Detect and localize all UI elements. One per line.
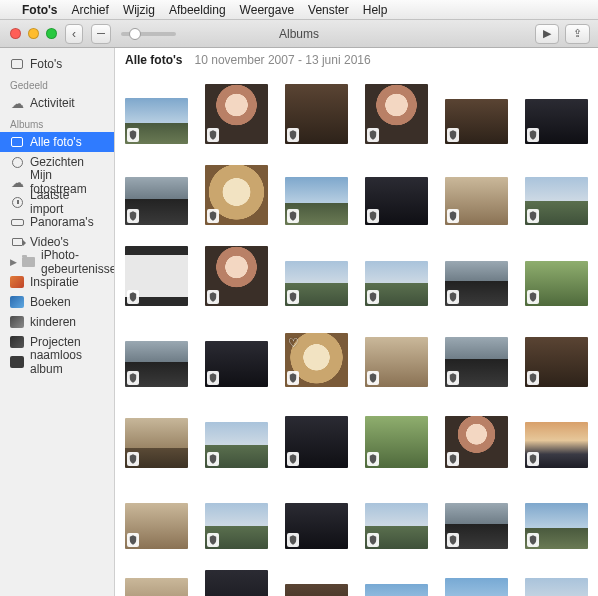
photo-thumbnail[interactable]: [445, 161, 508, 225]
photo-thumbnail[interactable]: [525, 161, 588, 225]
window-minimize-button[interactable]: [28, 28, 39, 39]
photo-thumbnail[interactable]: [125, 323, 188, 387]
menu-app[interactable]: Foto's: [22, 3, 58, 17]
sidebar-item-activity[interactable]: Activiteit: [0, 93, 114, 113]
photo-thumbnail[interactable]: [445, 242, 508, 306]
photo-thumbnail[interactable]: [365, 161, 428, 225]
share-button[interactable]: ⇪: [565, 24, 590, 44]
clock-icon: [10, 195, 24, 209]
photo-thumbnail[interactable]: [365, 404, 428, 468]
window-maximize-button[interactable]: [46, 28, 57, 39]
photo-thumbnail[interactable]: [525, 323, 588, 387]
sidebar-item-album[interactable]: kinderen: [0, 312, 114, 332]
photo-thumbnail[interactable]: [445, 566, 508, 596]
sidebar-item-album[interactable]: Laatste import: [0, 192, 114, 212]
photo-image: [125, 341, 188, 387]
window-close-button[interactable]: [10, 28, 21, 39]
photo-thumbnail[interactable]: [205, 323, 268, 387]
sidebar-item-label: Video's: [30, 235, 69, 249]
zoom-slider-knob[interactable]: [129, 28, 141, 40]
photo-thumbnail[interactable]: [365, 485, 428, 549]
back-button[interactable]: ‹: [65, 24, 83, 44]
slideshow-button[interactable]: ▶: [535, 24, 559, 44]
favorite-heart-icon: ♡: [288, 336, 299, 350]
photo-thumbnail[interactable]: [365, 566, 428, 596]
thumb-c-icon: [10, 315, 24, 329]
play-icon: ▶: [543, 27, 551, 40]
photo-thumbnail[interactable]: [205, 566, 268, 596]
photo-thumbnail[interactable]: [445, 404, 508, 468]
photo-thumbnail[interactable]: [205, 485, 268, 549]
menu-wijzig[interactable]: Wijzig: [123, 3, 155, 17]
menu-weergave[interactable]: Weergave: [240, 3, 294, 17]
referenced-file-badge-icon: [527, 290, 539, 304]
referenced-file-badge-icon: [367, 533, 379, 547]
referenced-file-badge-icon: [367, 128, 379, 142]
photo-image: [205, 246, 268, 306]
photo-image: [525, 261, 588, 306]
sidebar-item-label: Activiteit: [30, 96, 75, 110]
minus-icon: [97, 33, 105, 35]
referenced-file-badge-icon: [527, 371, 539, 385]
photo-thumbnail[interactable]: [125, 404, 188, 468]
menu-venster[interactable]: Venster: [308, 3, 349, 17]
thumb-d-icon: [10, 335, 24, 349]
photo-thumbnail[interactable]: [445, 80, 508, 144]
photo-thumbnail[interactable]: [285, 80, 348, 144]
referenced-file-badge-icon: [287, 452, 299, 466]
share-icon: ⇪: [573, 27, 582, 40]
referenced-file-badge-icon: [367, 290, 379, 304]
photo-thumbnail[interactable]: [285, 485, 348, 549]
thumb-e-icon: [10, 355, 24, 369]
photo-thumbnail[interactable]: [125, 242, 188, 306]
menu-help[interactable]: Help: [363, 3, 388, 17]
zoom-slider[interactable]: [121, 32, 176, 36]
photo-thumbnail[interactable]: [525, 242, 588, 306]
sidebar-item-album[interactable]: ▶iPhoto-gebeurtenissen: [0, 252, 114, 272]
photo-thumbnail[interactable]: [285, 404, 348, 468]
photo-thumbnail[interactable]: ♡: [285, 323, 348, 387]
photo-thumbnail[interactable]: [205, 242, 268, 306]
photo-image: [125, 177, 188, 225]
photo-grid-scroll[interactable]: ♡: [115, 72, 598, 596]
sidebar-item-label: Projecten: [30, 335, 81, 349]
photo-thumbnail[interactable]: [125, 566, 188, 596]
photo-image: [125, 578, 188, 596]
photo-thumbnail[interactable]: [445, 323, 508, 387]
referenced-file-badge-icon: [367, 371, 379, 385]
photo-thumbnail[interactable]: [205, 80, 268, 144]
photo-thumbnail[interactable]: [445, 485, 508, 549]
photo-thumbnail[interactable]: [125, 161, 188, 225]
photo-image: [365, 177, 428, 225]
sidebar-item-album[interactable]: Alle foto's: [0, 132, 114, 152]
sidebar-item-album[interactable]: Boeken: [0, 292, 114, 312]
photo-thumbnail[interactable]: [365, 242, 428, 306]
referenced-file-badge-icon: [287, 290, 299, 304]
zoom-out-button[interactable]: [91, 24, 111, 44]
photo-thumbnail[interactable]: [125, 485, 188, 549]
menu-archief[interactable]: Archief: [72, 3, 109, 17]
photo-thumbnail[interactable]: [525, 566, 588, 596]
disclosure-triangle-icon[interactable]: ▶: [10, 257, 17, 267]
photo-thumbnail[interactable]: [365, 323, 428, 387]
sidebar-item-photos[interactable]: Foto's: [0, 54, 114, 74]
pano-icon: [10, 215, 24, 229]
photo-thumbnail[interactable]: [205, 161, 268, 225]
referenced-file-badge-icon: [207, 452, 219, 466]
sidebar-item-album[interactable]: naamloos album: [0, 352, 114, 372]
photo-thumbnail[interactable]: [125, 80, 188, 144]
photo-image: [365, 261, 428, 306]
photo-thumbnail[interactable]: [285, 161, 348, 225]
referenced-file-badge-icon: [207, 290, 219, 304]
photo-thumbnail[interactable]: [285, 566, 348, 596]
referenced-file-badge-icon: [207, 128, 219, 142]
photo-image: [125, 503, 188, 549]
photo-thumbnail[interactable]: [365, 80, 428, 144]
photo-thumbnail[interactable]: [285, 242, 348, 306]
menu-afbeelding[interactable]: Afbeelding: [169, 3, 226, 17]
photo-thumbnail[interactable]: [525, 80, 588, 144]
photo-thumbnail[interactable]: [525, 404, 588, 468]
sidebar-item-label: naamloos album: [30, 348, 104, 376]
photo-thumbnail[interactable]: [525, 485, 588, 549]
photo-thumbnail[interactable]: [205, 404, 268, 468]
